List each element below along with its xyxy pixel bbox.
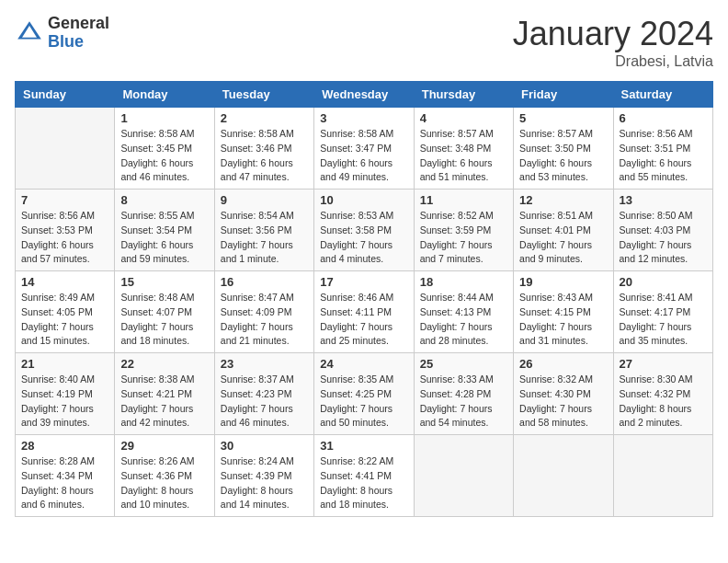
day-info: Sunrise: 8:55 AMSunset: 3:54 PMDaylight:… xyxy=(120,209,208,267)
calendar-cell: 15Sunrise: 8:48 AMSunset: 4:07 PMDayligh… xyxy=(115,271,214,353)
day-number: 16 xyxy=(221,275,308,289)
day-number: 27 xyxy=(620,357,707,371)
day-info: Sunrise: 8:32 AMSunset: 4:30 PMDaylight:… xyxy=(519,373,607,431)
day-number: 9 xyxy=(221,193,308,207)
calendar-cell: 30Sunrise: 8:24 AMSunset: 4:39 PMDayligh… xyxy=(214,435,313,517)
day-info: Sunrise: 8:50 AMSunset: 4:03 PMDaylight:… xyxy=(620,209,707,267)
day-number: 20 xyxy=(620,275,707,289)
day-info: Sunrise: 8:56 AMSunset: 3:51 PMDaylight:… xyxy=(620,127,707,185)
day-info: Sunrise: 8:26 AMSunset: 4:36 PMDaylight:… xyxy=(120,454,208,512)
column-header-tuesday: Tuesday xyxy=(214,82,313,108)
calendar-cell: 20Sunrise: 8:41 AMSunset: 4:17 PMDayligh… xyxy=(613,271,712,353)
calendar-cell: 29Sunrise: 8:26 AMSunset: 4:36 PMDayligh… xyxy=(115,435,214,517)
calendar-cell: 11Sunrise: 8:52 AMSunset: 3:59 PMDayligh… xyxy=(414,190,513,271)
calendar-cell: 14Sunrise: 8:49 AMSunset: 4:05 PMDayligh… xyxy=(16,271,115,353)
day-info: Sunrise: 8:58 AMSunset: 3:47 PMDaylight:… xyxy=(320,127,407,185)
title-block: January 2024 Drabesi, Latvia xyxy=(513,15,713,70)
day-number: 26 xyxy=(519,357,607,371)
day-number: 2 xyxy=(221,111,308,125)
day-info: Sunrise: 8:47 AMSunset: 4:09 PMDaylight:… xyxy=(221,291,308,349)
day-info: Sunrise: 8:43 AMSunset: 4:15 PMDaylight:… xyxy=(519,291,607,349)
day-info: Sunrise: 8:49 AMSunset: 4:05 PMDaylight:… xyxy=(21,291,108,349)
calendar-cell: 19Sunrise: 8:43 AMSunset: 4:15 PMDayligh… xyxy=(514,271,613,353)
logo-icon xyxy=(15,18,44,48)
calendar-cell: 13Sunrise: 8:50 AMSunset: 4:03 PMDayligh… xyxy=(613,190,712,271)
day-number: 11 xyxy=(420,193,507,207)
calendar-cell: 2Sunrise: 8:58 AMSunset: 3:46 PMDaylight… xyxy=(214,108,313,190)
calendar-cell: 1Sunrise: 8:58 AMSunset: 3:45 PMDaylight… xyxy=(115,108,214,190)
day-info: Sunrise: 8:30 AMSunset: 4:32 PMDaylight:… xyxy=(620,373,707,431)
month-title: January 2024 xyxy=(513,15,713,53)
week-row-3: 14Sunrise: 8:49 AMSunset: 4:05 PMDayligh… xyxy=(16,271,713,353)
calendar-cell: 26Sunrise: 8:32 AMSunset: 4:30 PMDayligh… xyxy=(514,353,613,435)
day-info: Sunrise: 8:54 AMSunset: 3:56 PMDaylight:… xyxy=(221,209,308,267)
calendar-cell: 10Sunrise: 8:53 AMSunset: 3:58 PMDayligh… xyxy=(314,190,414,271)
day-info: Sunrise: 8:57 AMSunset: 3:50 PMDaylight:… xyxy=(519,127,607,185)
day-info: Sunrise: 8:52 AMSunset: 3:59 PMDaylight:… xyxy=(420,209,507,267)
day-info: Sunrise: 8:35 AMSunset: 4:25 PMDaylight:… xyxy=(320,373,407,431)
day-number: 3 xyxy=(320,111,407,125)
day-info: Sunrise: 8:56 AMSunset: 3:53 PMDaylight:… xyxy=(21,209,108,267)
day-info: Sunrise: 8:53 AMSunset: 3:58 PMDaylight:… xyxy=(320,209,407,267)
calendar-cell: 3Sunrise: 8:58 AMSunset: 3:47 PMDaylight… xyxy=(314,108,414,190)
day-info: Sunrise: 8:28 AMSunset: 4:34 PMDaylight:… xyxy=(21,454,108,512)
location: Drabesi, Latvia xyxy=(513,53,713,70)
calendar-cell: 22Sunrise: 8:38 AMSunset: 4:21 PMDayligh… xyxy=(115,353,214,435)
day-number: 30 xyxy=(221,439,308,453)
day-info: Sunrise: 8:58 AMSunset: 3:46 PMDaylight:… xyxy=(221,127,308,185)
week-row-4: 21Sunrise: 8:40 AMSunset: 4:19 PMDayligh… xyxy=(16,353,713,435)
column-header-monday: Monday xyxy=(115,82,214,108)
day-number: 12 xyxy=(519,193,607,207)
calendar-cell xyxy=(414,435,513,517)
day-info: Sunrise: 8:58 AMSunset: 3:45 PMDaylight:… xyxy=(120,127,208,185)
day-number: 24 xyxy=(320,357,407,371)
logo-blue-text: Blue xyxy=(48,33,109,52)
column-header-thursday: Thursday xyxy=(414,82,513,108)
day-info: Sunrise: 8:22 AMSunset: 4:41 PMDaylight:… xyxy=(320,454,407,512)
day-number: 1 xyxy=(120,111,208,125)
day-info: Sunrise: 8:33 AMSunset: 4:28 PMDaylight:… xyxy=(420,373,507,431)
day-info: Sunrise: 8:24 AMSunset: 4:39 PMDaylight:… xyxy=(221,454,308,512)
logo-text: General Blue xyxy=(48,15,109,52)
calendar-cell xyxy=(16,108,115,190)
day-number: 28 xyxy=(21,439,108,453)
day-number: 19 xyxy=(519,275,607,289)
day-number: 22 xyxy=(120,357,208,371)
day-number: 25 xyxy=(420,357,507,371)
calendar-cell: 7Sunrise: 8:56 AMSunset: 3:53 PMDaylight… xyxy=(16,190,115,271)
calendar-cell: 12Sunrise: 8:51 AMSunset: 4:01 PMDayligh… xyxy=(514,190,613,271)
column-header-wednesday: Wednesday xyxy=(314,82,414,108)
week-row-1: 1Sunrise: 8:58 AMSunset: 3:45 PMDaylight… xyxy=(16,108,713,190)
day-info: Sunrise: 8:57 AMSunset: 3:48 PMDaylight:… xyxy=(420,127,507,185)
calendar-cell: 23Sunrise: 8:37 AMSunset: 4:23 PMDayligh… xyxy=(214,353,313,435)
week-row-5: 28Sunrise: 8:28 AMSunset: 4:34 PMDayligh… xyxy=(16,435,713,517)
header-row: SundayMondayTuesdayWednesdayThursdayFrid… xyxy=(16,82,713,108)
calendar-cell: 8Sunrise: 8:55 AMSunset: 3:54 PMDaylight… xyxy=(115,190,214,271)
calendar-cell: 31Sunrise: 8:22 AMSunset: 4:41 PMDayligh… xyxy=(314,435,414,517)
column-header-saturday: Saturday xyxy=(613,82,712,108)
calendar-cell xyxy=(514,435,613,517)
calendar-table: SundayMondayTuesdayWednesdayThursdayFrid… xyxy=(15,81,713,517)
calendar-cell: 27Sunrise: 8:30 AMSunset: 4:32 PMDayligh… xyxy=(613,353,712,435)
calendar-cell: 4Sunrise: 8:57 AMSunset: 3:48 PMDaylight… xyxy=(414,108,513,190)
day-number: 18 xyxy=(420,275,507,289)
day-info: Sunrise: 8:37 AMSunset: 4:23 PMDaylight:… xyxy=(221,373,308,431)
column-header-friday: Friday xyxy=(514,82,613,108)
calendar-cell: 5Sunrise: 8:57 AMSunset: 3:50 PMDaylight… xyxy=(514,108,613,190)
day-number: 8 xyxy=(120,193,208,207)
logo: General Blue xyxy=(15,15,109,52)
calendar-cell: 18Sunrise: 8:44 AMSunset: 4:13 PMDayligh… xyxy=(414,271,513,353)
day-info: Sunrise: 8:51 AMSunset: 4:01 PMDaylight:… xyxy=(519,209,607,267)
day-number: 13 xyxy=(620,193,707,207)
day-info: Sunrise: 8:44 AMSunset: 4:13 PMDaylight:… xyxy=(420,291,507,349)
day-info: Sunrise: 8:38 AMSunset: 4:21 PMDaylight:… xyxy=(120,373,208,431)
day-info: Sunrise: 8:48 AMSunset: 4:07 PMDaylight:… xyxy=(120,291,208,349)
calendar-cell: 24Sunrise: 8:35 AMSunset: 4:25 PMDayligh… xyxy=(314,353,414,435)
day-number: 23 xyxy=(221,357,308,371)
day-number: 15 xyxy=(120,275,208,289)
page-header: General Blue January 2024 Drabesi, Latvi… xyxy=(15,15,713,70)
calendar-cell: 6Sunrise: 8:56 AMSunset: 3:51 PMDaylight… xyxy=(613,108,712,190)
column-header-sunday: Sunday xyxy=(16,82,115,108)
day-number: 31 xyxy=(320,439,407,453)
day-number: 4 xyxy=(420,111,507,125)
